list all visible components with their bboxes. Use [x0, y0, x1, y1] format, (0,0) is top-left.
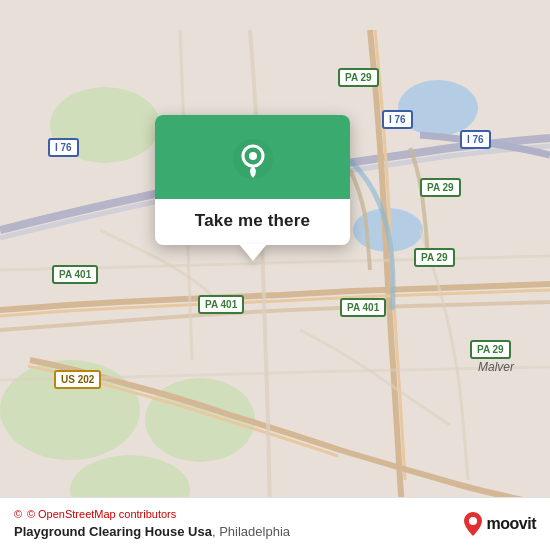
road-badge-us202: US 202 [54, 370, 101, 389]
moovit-text: moovit [487, 515, 536, 533]
road-badge-pa29-2: PA 29 [420, 178, 461, 197]
road-badge-i76-1: I 76 [48, 138, 79, 157]
moovit-logo: moovit [462, 511, 536, 537]
bottom-bar-left: © © OpenStreetMap contributors Playgroun… [14, 508, 290, 540]
popup-header [155, 115, 350, 199]
place-name: Playground Clearing House Usa [14, 524, 212, 539]
road-badge-i76-2: I 76 [382, 110, 413, 129]
bottom-bar: © © OpenStreetMap contributors Playgroun… [0, 497, 550, 550]
road-badge-pa401-3: PA 401 [340, 298, 386, 317]
road-badge-pa29-3: PA 29 [414, 248, 455, 267]
road-badge-pa29-1: PA 29 [338, 68, 379, 87]
osm-credit-text: © OpenStreetMap contributors [27, 508, 176, 520]
location-pin-icon [231, 137, 275, 181]
road-badge-pa29-4: PA 29 [470, 340, 511, 359]
osm-credit: © © OpenStreetMap contributors [14, 508, 290, 520]
road-badge-pa401-2: PA 401 [198, 295, 244, 314]
svg-point-10 [469, 517, 477, 525]
place-info: Playground Clearing House Usa, Philadelp… [14, 522, 290, 540]
svg-point-9 [249, 152, 257, 160]
map-container: I 76 I 76 I 76 PA 29 PA 29 PA 29 PA 401 … [0, 0, 550, 550]
popup-pointer [239, 244, 267, 261]
moovit-pin-icon [462, 511, 484, 537]
popup-label[interactable]: Take me there [179, 199, 326, 245]
road-badge-i76-3: I 76 [460, 130, 491, 149]
city-label: Malver [478, 360, 514, 374]
popup-card[interactable]: Take me there [155, 115, 350, 245]
place-city: , Philadelphia [212, 524, 290, 539]
copyright-symbol: © [14, 508, 22, 520]
road-badge-pa401-1: PA 401 [52, 265, 98, 284]
